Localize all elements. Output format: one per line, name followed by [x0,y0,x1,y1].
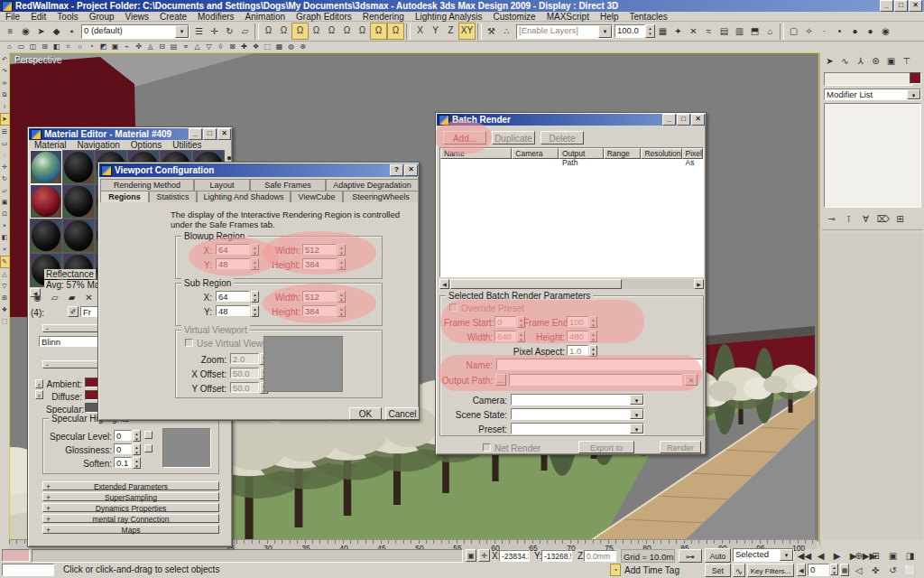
region-icon[interactable]: ⬚ [1,316,9,327]
configure-modifier-icon[interactable]: ⊞ [892,211,908,227]
modify-tab[interactable]: ∿ [837,53,853,69]
menu-maxscript[interactable]: MAXScript [541,12,595,22]
up-icon[interactable]: △ [1,269,9,280]
clear-output-button[interactable]: ✕ [685,374,698,386]
tab-statistics[interactable]: Statistics [149,191,197,202]
viewport-config-titlebar[interactable]: Viewport Configuration ? ✕ [99,163,420,177]
tab-regions[interactable]: Regions [100,191,149,202]
soften-field[interactable]: 0.1 [114,457,132,468]
home-icon[interactable]: ⌂ [762,23,778,39]
output-path-field[interactable] [509,374,682,386]
snap-3d-icon[interactable]: Ω [291,23,309,40]
column-camera[interactable]: Camera [512,148,559,159]
glossiness-map-button[interactable] [144,444,152,452]
toolbar-icon[interactable]: ○ [74,42,86,52]
height-field[interactable]: 480 [567,331,588,341]
render-setup-icon[interactable]: ▢ [786,23,801,39]
minimize-button[interactable]: _ [189,128,202,140]
close-button[interactable]: ✕ [217,128,231,140]
chevron-down-icon[interactable]: ▾ [630,409,643,419]
snap-extra3-icon[interactable]: Ω [387,23,404,40]
put-material-icon[interactable]: ▱ [47,290,62,305]
spinner[interactable]: ▴▾ [251,291,259,303]
y-coord-field[interactable]: -13268.58 [541,550,572,562]
menu-edit[interactable]: Edit [25,12,51,22]
select-object-icon[interactable]: ➤ [0,113,10,126]
toolbar-icon[interactable]: ⌂ [4,42,15,52]
specular-level-field[interactable]: 0 [114,430,132,441]
mirror-icon[interactable]: ▦ [655,23,670,39]
toolbar-icon[interactable]: ✜ [133,42,144,52]
menu-tools[interactable]: Tools [51,12,83,22]
menu-views[interactable]: Views [120,12,155,22]
menu-customize[interactable]: Customize [487,12,541,22]
select-move-icon[interactable]: ✛ [1,162,9,172]
spinner[interactable]: ▴▾ [133,457,141,469]
render-production-icon[interactable]: ◉ [878,23,893,39]
layer-manager-icon[interactable]: ▤ [716,23,732,39]
close-button[interactable]: ✕ [909,0,922,12]
selection-set-dropdown[interactable]: 0 (default)▾ [81,24,189,39]
display-tab[interactable]: ▣ [883,53,899,69]
y-offset-field[interactable]: 50.0 [230,382,259,393]
move-icon[interactable]: ✛ [207,23,222,39]
sub-width-field[interactable]: 512 [302,291,337,302]
spinner[interactable]: ▴▾ [133,430,141,442]
toolbar-icon[interactable]: ◍ [285,42,297,52]
hammer-icon[interactable]: ⚒ [484,23,499,39]
redo-icon[interactable]: ↷ [1,66,9,77]
track-bar[interactable] [32,549,463,563]
menu-utilities[interactable]: Utilities [167,140,207,150]
zoom-icon[interactable]: ⊕ [851,548,866,564]
chevron-down-icon[interactable]: ▾ [907,89,920,99]
delete-icon[interactable]: ✕ [686,23,701,39]
menu-lighting-analysis[interactable]: Lighting Analysis [410,12,488,22]
select-and-link-icon[interactable]: ∞ [1,78,9,89]
object-name-field[interactable] [824,72,912,86]
key-mode-button[interactable]: ◀ [797,564,806,576]
net-render-checkbox[interactable] [483,443,491,452]
column-pixel-aspect[interactable]: Pixel As [682,148,703,159]
bind-spacewarp-icon[interactable]: ≀ [1,101,9,112]
chevron-down-icon[interactable]: ▾ [630,424,643,434]
modifier-stack[interactable] [824,103,921,208]
scene-explorer-icon[interactable]: ≡ [3,23,18,39]
render-iter3-icon[interactable]: ● [847,23,863,39]
spinner[interactable]: ▴▾ [251,258,259,270]
axis-y-button[interactable]: Y [428,23,443,38]
menu-graph-editors[interactable]: Graph Editors [291,12,357,22]
menu-group[interactable]: Group [84,12,120,22]
default-tangent-icon[interactable]: ∿ [733,564,745,577]
chevron-down-icon[interactable]: ▾ [175,25,189,38]
grid-icon[interactable]: ⊞ [1,293,9,303]
material-sample-slot[interactable] [30,184,62,219]
toolbar-icon[interactable]: ⊠ [226,42,238,52]
coord-system-icon[interactable]: ▣ [1,197,9,208]
column-resolution[interactable]: Resolution [641,148,681,159]
zoom-extents-icon[interactable]: ▣ [885,548,901,564]
select-by-name-icon[interactable]: ☰ [191,23,207,39]
toolbar-icon[interactable]: ▣ [109,42,121,52]
sub-y-field[interactable]: 48 [216,305,250,316]
select-scale-icon[interactable]: ▱ [1,185,9,196]
render-button[interactable]: Render [660,441,701,453]
tab-layout[interactable]: Layout [194,179,250,191]
scene-state-dropdown[interactable]: ▾ [511,408,644,420]
restore-button[interactable]: □ [894,0,908,12]
menu-tentacles[interactable]: Tentacles [624,12,673,22]
blowup-width-field[interactable]: 512 [302,244,337,255]
swatch-icon[interactable]: ▪ [64,23,79,39]
utilities-tab[interactable]: ⊤ [899,53,914,69]
toolbar-icon[interactable]: ⬚ [262,42,273,52]
pin-stack-icon[interactable]: ⊸ [824,211,839,227]
blowup-y-field[interactable]: 48 [216,258,250,269]
render-job-list[interactable]: Name Camera Output Path Range Resolution… [439,147,704,277]
lock-ambient-diffuse-icon[interactable]: c [35,379,43,388]
restore-button[interactable]: □ [203,128,217,140]
toolbar-icon[interactable]: ✚ [238,42,250,52]
graphite-icon[interactable]: ▥ [732,23,747,39]
zoom-extents-all-icon[interactable]: ◨ [902,548,918,564]
prev-frame-button[interactable]: ◀ [813,548,828,564]
zoom-all-icon[interactable]: ⊞ [868,548,883,564]
sub-x-field[interactable]: 64 [216,291,250,302]
